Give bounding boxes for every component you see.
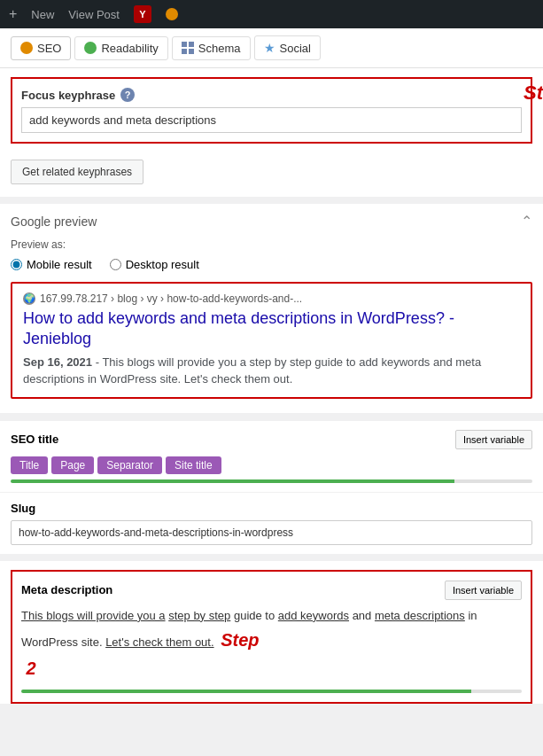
section-divider-2 [0, 414, 543, 421]
keyphrase-input[interactable] [21, 107, 522, 133]
yoast-logo-icon: Y [134, 5, 151, 23]
title-tag[interactable]: Title [11, 456, 48, 474]
meta-text-meta: meta descriptions [375, 609, 465, 622]
view-post-button[interactable]: View Post [68, 8, 120, 21]
tab-seo[interactable]: SEO [11, 36, 71, 60]
google-preview-box: 🌍 167.99.78.217 › blog › vy › how-to-add… [11, 282, 532, 399]
new-label: New [31, 8, 54, 21]
insert-variable-button-meta[interactable]: Insert variable [445, 581, 522, 600]
preview-description: Sep 16, 2021 - This blogs will provide y… [23, 354, 520, 388]
svg-rect-1 [189, 42, 194, 47]
focus-keyphrase-section: Focus keyphrase ? [11, 77, 532, 144]
tab-social-label: Social [280, 42, 311, 55]
preview-sep: - [92, 355, 102, 369]
plus-icon: + [9, 6, 17, 22]
seo-title-label: SEO title [11, 433, 58, 446]
google-preview-section: Google preview ⌃ Preview as: Mobile resu… [0, 204, 543, 414]
section-divider-1 [0, 197, 543, 204]
section-divider-3 [0, 554, 543, 561]
focus-keyphrase-label-text: Focus keyphrase [21, 89, 115, 102]
preview-wrapper: 🌍 167.99.78.217 › blog › vy › how-to-add… [11, 282, 532, 399]
desktop-radio-label[interactable]: Desktop result [110, 258, 199, 271]
new-button[interactable]: New [31, 8, 54, 21]
meta-text-check: Let's check them out. [105, 635, 213, 649]
svg-rect-0 [182, 42, 187, 47]
insert-variable-button-title[interactable]: Insert variable [455, 430, 532, 449]
svg-rect-3 [189, 49, 194, 54]
seo-title-tags: Title Page Separator Site title [11, 456, 532, 474]
meta-description-section: Meta description Insert variable This bl… [11, 570, 532, 704]
slug-input[interactable] [11, 520, 532, 545]
tab-schema-label: Schema [198, 42, 241, 55]
preview-url-text: 167.99.78.217 › blog › vy › how-to-add-k… [40, 292, 302, 305]
meta-desc-header: Meta description Insert variable [21, 581, 522, 600]
slug-section: Slug [0, 492, 543, 554]
desktop-radio[interactable] [110, 259, 121, 270]
related-keyphrases-button[interactable]: Get related keyphrases [11, 160, 144, 184]
seo-title-section: SEO title Insert variable Title Page Sep… [0, 421, 543, 492]
tab-readability-label: Readability [101, 42, 158, 55]
meta-text-add: add keywords [278, 609, 349, 622]
meta-desc-text: This blogs will provide you a step by st… [21, 607, 522, 682]
meta-progress-bar [21, 690, 522, 693]
tab-readability[interactable]: Readability [74, 36, 167, 60]
desktop-radio-text: Desktop result [126, 258, 199, 271]
site-title-tag[interactable]: Site title [166, 456, 221, 474]
tabs-row: SEO Readability Schema ★ Social [0, 28, 543, 68]
status-dot-icon [166, 8, 178, 20]
collapse-icon[interactable]: ⌃ [521, 213, 532, 230]
meta-text-step: step by step [168, 609, 230, 622]
meta-desc-label: Meta description [21, 583, 112, 596]
help-icon[interactable]: ? [120, 88, 135, 102]
slug-label: Slug [11, 502, 532, 515]
view-post-label: View Post [68, 8, 120, 21]
seo-title-progress-bar [11, 479, 532, 483]
related-keyphrases-area: Get related keyphrases [0, 144, 543, 197]
preview-title-link[interactable]: How to add keywords and meta description… [23, 308, 520, 350]
preview-radio-group: Mobile result Desktop result [11, 258, 532, 271]
seo-title-header: SEO title Insert variable [11, 430, 532, 449]
mobile-radio[interactable] [11, 259, 22, 270]
seo-dot-icon [20, 42, 33, 54]
separator-tag[interactable]: Separator [97, 456, 162, 474]
page-tag[interactable]: Page [51, 456, 94, 474]
globe-icon: 🌍 [23, 292, 35, 305]
google-preview-header: Google preview ⌃ [11, 213, 532, 230]
meta-description-wrapper: Meta description Insert variable This bl… [11, 570, 532, 704]
meta-text-content: This blogs will provide you a [21, 609, 166, 622]
tab-schema[interactable]: Schema [172, 36, 251, 60]
preview-as-label: Preview as: [11, 238, 532, 251]
social-share-icon: ★ [264, 41, 275, 55]
preview-url: 🌍 167.99.78.217 › blog › vy › how-to-add… [23, 292, 520, 305]
focus-keyphrase-label: Focus keyphrase ? [21, 88, 522, 102]
tab-seo-label: SEO [37, 42, 61, 55]
mobile-radio-label[interactable]: Mobile result [11, 258, 92, 271]
admin-bar: + New View Post Y [0, 0, 543, 28]
svg-rect-2 [182, 49, 187, 54]
mobile-radio-text: Mobile result [27, 258, 92, 271]
preview-date: Sep 16, 2021 [23, 355, 92, 369]
google-preview-title: Google preview [11, 214, 97, 229]
schema-grid-icon [182, 42, 194, 54]
readability-dot-icon [84, 42, 97, 54]
step1-label: Step1 [524, 82, 543, 105]
tab-social[interactable]: ★ Social [254, 35, 321, 60]
main-content: SEO Readability Schema ★ Social Focus ke… [0, 28, 543, 704]
